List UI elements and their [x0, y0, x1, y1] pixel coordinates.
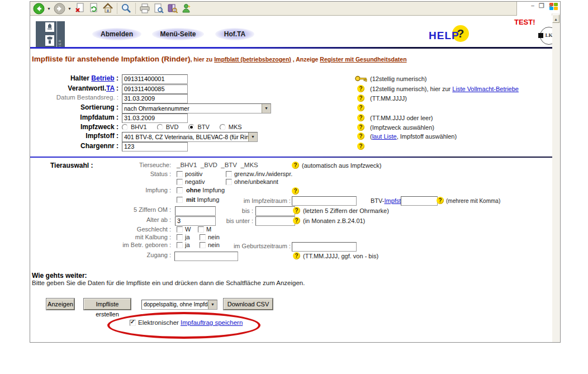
section-divider [30, 157, 552, 158]
help-icon[interactable]: ? [357, 132, 364, 140]
geschlecht-w: ✓W [177, 226, 191, 233]
alter-bis-input[interactable] [255, 216, 295, 226]
bestandsreg-input[interactable]: 31.03.2009 [122, 94, 188, 103]
betrieb-link[interactable]: Betrieb [91, 74, 114, 82]
checkbox-kalbung-ja[interactable]: ✓ [177, 234, 183, 240]
back-button-icon[interactable] [32, 2, 45, 15]
checkbox-positiv[interactable]: ✓ [177, 171, 183, 177]
help-icon[interactable]: ? [293, 207, 300, 214]
impfblatt-link[interactable]: Impfblatt (betriebsbezogen) [214, 56, 291, 63]
page-title-sep1: , hier zu [191, 56, 215, 63]
help-icon[interactable]: ? [293, 217, 300, 224]
status-negativ: ✓negativ [177, 178, 205, 185]
anzeigen-button[interactable]: Anzeigen [46, 299, 74, 310]
row-impfung-mit: ✓mit Impfung im Impfzeitraum : BTV-Impfs… [30, 196, 552, 206]
footer-heading: Wie gehts weiter: [32, 272, 87, 280]
checkbox-mit-impfung[interactable]: ✓ [177, 197, 183, 203]
radio-bhv1[interactable] [122, 124, 128, 130]
alter-hint: (in Monaten z.B.24.01) [303, 217, 365, 224]
geburtszeitraum-label: im Geburtszeitraum : [207, 243, 291, 249]
checkbox-grenzw[interactable]: ✓ [226, 171, 232, 177]
home-icon[interactable] [102, 2, 114, 15]
sortierung-select[interactable]: nach Ohrmarkennummer ▼ [122, 103, 271, 113]
help-icon[interactable]: ? [357, 114, 364, 121]
geburtszeitraum-input[interactable] [292, 242, 357, 252]
print-icon[interactable] [139, 2, 151, 15]
browser-toolbar: ▼ ▼ [30, 2, 517, 16]
impfdatum-input[interactable]: 31.03.2009 [122, 113, 188, 123]
checkbox-m[interactable]: ✓ [198, 226, 204, 233]
row-sortierung: Sortierung : nach Ohrmarkennummer ▼ ? [30, 103, 552, 113]
impfliste-erstellen-button[interactable]: Impfliste erstellen [84, 299, 131, 310]
register-link[interactable]: Register mit Gesundheitsdaten [320, 56, 406, 63]
status-label: Status : [86, 171, 171, 177]
checkbox-geboren-nein[interactable]: ✓ [200, 242, 206, 248]
btv-impfstatus-input[interactable] [401, 196, 438, 206]
chevron-down-icon[interactable]: ▼ [248, 132, 257, 141]
help-icon[interactable]: ? [292, 162, 299, 169]
help-icon[interactable]: ? [357, 85, 364, 92]
kalbung-label: mit Kalbung : [86, 234, 171, 240]
checkbox-geboren-ja[interactable]: ✓ [177, 242, 183, 248]
vertical-scrollbar[interactable]: ▲ [552, 13, 560, 342]
forward-button-icon[interactable] [53, 2, 65, 15]
chargennr-input[interactable]: 123 [122, 142, 188, 152]
impfzeitraum-input[interactable] [292, 196, 357, 206]
kalbung-nein: ✓nein [200, 234, 220, 240]
help-icon[interactable]: ? [293, 252, 300, 259]
nav-hof-ta[interactable]: Hof.TA [215, 28, 254, 40]
download-csv-button[interactable]: Download CSV [224, 299, 273, 310]
nav-menue-seite[interactable]: Menü-Seite [152, 28, 204, 40]
radio-mks[interactable] [220, 124, 226, 130]
vollmacht-betriebe-link[interactable]: Liste Vollmacht-Betriebe [452, 86, 519, 92]
zugang-input[interactable] [174, 252, 238, 261]
impfstoff-label: Impfstoff : [30, 132, 118, 140]
row-geboren: im Betr. geboren : ✓ja ✓nein im Geburtsz… [30, 242, 552, 251]
checkbox-elektronischer-impfauftrag[interactable]: ✓ [130, 320, 136, 326]
checkbox-negativ[interactable]: ✓ [177, 179, 183, 185]
help-icon[interactable]: ? [437, 197, 444, 204]
impfstoff-select[interactable]: 401 BTV-8, CZ Veterinaria, BLUEVAC-8 (fü… [122, 132, 258, 142]
messenger-icon[interactable] [181, 2, 193, 15]
search-icon[interactable] [120, 2, 132, 15]
restore-button[interactable]: ❐ [538, 2, 545, 9]
close-button[interactable]: × [547, 2, 554, 9]
help-icon[interactable]: ? [357, 143, 364, 150]
radio-bvd[interactable] [157, 124, 163, 130]
help-icon[interactable]: ? [357, 124, 364, 131]
checkbox-w[interactable]: ✓ [177, 226, 183, 233]
row-alter: Alter ab : 3 bis unter : ? (in Monaten z… [30, 216, 552, 226]
format-select[interactable]: doppelspaltig, ohne Impfdaten ▼ [141, 300, 217, 310]
history-icon[interactable] [167, 2, 179, 15]
laut-liste-link[interactable]: laut Liste [372, 133, 397, 140]
chevron-down-icon[interactable]: ▼ [208, 300, 217, 309]
help-icon[interactable]: ? [357, 94, 364, 102]
impfauftrag-speichern-link[interactable]: Impfauftrag speichern [181, 319, 243, 326]
impfzeitraum-label: im Impfzeitraum : [207, 197, 291, 204]
ta-input[interactable]: 091311400085 [122, 84, 188, 94]
ta-link[interactable]: TA [106, 84, 115, 92]
checkbox-kalbung-nein[interactable]: ✓ [200, 234, 206, 240]
stop-icon[interactable] [74, 2, 86, 15]
help-icon[interactable]: ? [292, 187, 299, 195]
halter-input[interactable]: 091311400001 [122, 74, 188, 84]
refresh-icon[interactable] [88, 2, 100, 15]
om-label: 5 Ziffern OM : [86, 206, 171, 213]
chevron-down-icon[interactable]: ▼ [262, 104, 271, 113]
checkbox-ohne-unbekannt[interactable]: ✓ [226, 179, 232, 185]
footer-body: Bitte geben Sie die Daten für die Impfli… [32, 280, 305, 286]
minimize-button[interactable]: – [529, 2, 536, 9]
forward-dropdown-icon[interactable]: ▼ [67, 2, 72, 15]
lkv-logo: LK [540, 27, 552, 45]
back-dropdown-icon[interactable]: ▼ [46, 2, 51, 15]
help-link[interactable]: HELP [429, 30, 459, 42]
checkbox-ohne-impfung[interactable]: ✓ [177, 187, 183, 193]
scroll-up-button[interactable]: ▲ [552, 15, 559, 23]
om-bis-input[interactable] [255, 206, 295, 216]
impfzweck-hint: (Impfzweck auswählen) [370, 124, 434, 131]
radio-btv[interactable] [188, 124, 195, 130]
nav-abmelden[interactable]: Abmelden [92, 28, 141, 40]
impfzweck-label: Impfzweck : [30, 123, 118, 131]
help-icon[interactable]: ? [357, 104, 364, 111]
print-preview-icon[interactable] [153, 2, 165, 15]
